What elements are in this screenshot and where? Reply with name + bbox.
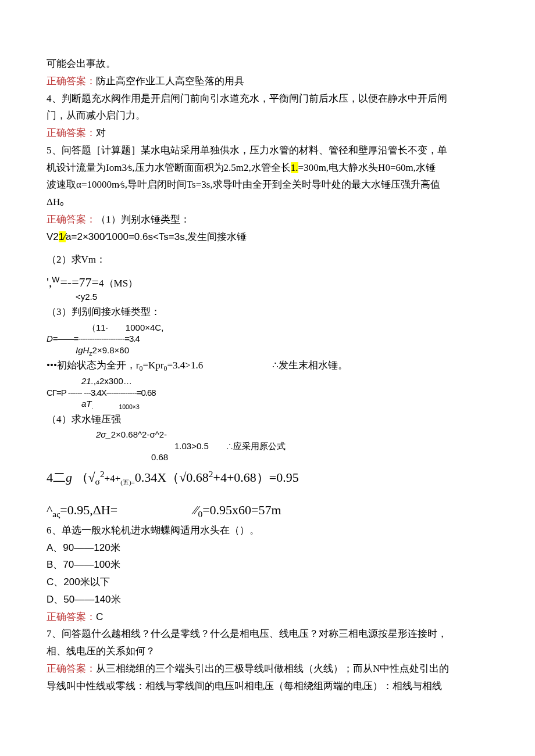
sub: σ <box>95 476 100 486</box>
sub: (五)= <box>120 479 135 486</box>
option-b: B、70——100米 <box>47 556 488 574</box>
text: V2 <box>47 231 59 242</box>
formula-check: 2σ_2×0.68^2-σ^2- 1.03>0.5 ∴应采用原公式 0.68 <box>47 429 488 463</box>
answer-label: 正确答案： <box>47 76 96 87</box>
text: =0.95x60=57m <box>202 503 281 517</box>
answer-5-step3: （3）判别间接水锤类型： <box>47 303 488 321</box>
text: =——=--------------------=3.4 <box>53 334 140 343</box>
answer-5-header: 正确答案：（1）判别水锤类型： <box>47 211 488 228</box>
text: ,₄2x300… <box>94 376 132 386</box>
text: 机设计流量为Iom3⁄s,压力水管断面面积为2.5m2,水管全长 <box>47 162 291 173</box>
answer-text: 防止高空作业工人高空坠落的用具 <box>96 76 244 87</box>
question-4-line2: 门，从而减小启门力。 <box>47 107 488 124</box>
question-6: 6、单选一般水轮机进水蝴蝶阀适用水头在（）。 <box>47 522 488 539</box>
var-d: D <box>47 334 53 343</box>
var-g: g <box>66 470 72 485</box>
text: 2×0.68^2-σ^2- <box>111 429 167 439</box>
answer-5-initial-state: •••初始状态为全开，r0=Kpr0=3.4>1.6 ∴发生末相水锤。 <box>47 357 488 374</box>
text: 2×9.8×60 <box>92 345 129 355</box>
formula-num: （11· 1000×4C, <box>47 322 488 334</box>
formula-num: 21.,₄2x300… <box>47 375 488 387</box>
formula-num: 2σ_2×0.68^2-σ^2- <box>47 429 488 440</box>
text: 21. <box>81 376 94 386</box>
text: 4二 <box>47 470 66 485</box>
text: +4+ <box>105 473 121 484</box>
option-a: A、90——120米 <box>47 539 488 557</box>
text: =3.4>1.6 <box>167 360 203 371</box>
document-page: 可能会出事故。 正确答案：防止高空作业工人高空坠落的用具 4、判断题充水阀作用是… <box>0 0 535 756</box>
answer-label: 正确答案： <box>47 663 96 674</box>
question-5-line4: ΔHₒ <box>47 194 488 211</box>
sup: 2 <box>100 469 105 479</box>
text: •••初始状态为全开，r <box>47 360 140 371</box>
question-7-line1: 7、问答题什么越相线？什么是零线？什么是相电压、线电压？对称三相电源按星形连接时… <box>47 625 488 643</box>
answer-5-calc1: V21⁄a=2×300⁄1000=0.6s<Ts=3s,发生间接水锤 <box>47 228 488 246</box>
formula-cg: 21.,₄2x300… CΓ=P ------ ---3.4X---------… <box>47 375 488 410</box>
formula-vm: ',ᵂ=-=77=4（MS） <y2.5 <box>47 274 488 302</box>
text: （√ <box>76 470 95 485</box>
text: ',ᵂ=-=77= <box>47 275 99 289</box>
formula-denom: 0.68 <box>47 452 488 463</box>
text: =300m,电大静水头H0=60m,水锤 <box>298 162 436 173</box>
answer-5-step4: （4）求水锤压强 <box>47 411 488 428</box>
text: =0.95,ΔH= <box>60 503 117 517</box>
formula-line: ',ᵂ=-=77=4（MS） <box>47 274 488 291</box>
answer-text: （1）判别水锤类型： <box>96 214 190 225</box>
formula-denom: aT. 1000×3 <box>47 398 488 410</box>
highlight: 1⁄ <box>59 231 66 242</box>
sub: aς <box>52 510 60 519</box>
var-at: aT <box>81 399 92 409</box>
question-5-line2: 机设计流量为Iom3⁄s,压力水管断面面积为2.5m2,水管全长1.=300m,… <box>47 159 488 177</box>
option-c: C、200米以下 <box>47 574 488 591</box>
formula-final: ^aς=0.95,ΔH= ⁄⁄0=0.95x60=57m <box>47 499 488 522</box>
highlight: 1. <box>291 162 298 173</box>
formula-mid: CΓ=P ------ ---3.4X-------------=0.68 <box>47 387 488 399</box>
answer-text: 对 <box>96 127 106 138</box>
formula-denom: IgHz2×9.8×60 <box>47 345 488 356</box>
text: 4（MS） <box>99 278 138 289</box>
formula-denom: <y2.5 <box>47 291 488 303</box>
answer-text: C <box>96 611 103 622</box>
text: 1.03>0.5 ∴应采用原公式 <box>174 441 286 451</box>
text: a=2×300⁄1000=0.6s<Ts=3s,发生间接水锤 <box>66 231 247 242</box>
formula-result: 1.03>0.5 ∴应采用原公式 <box>47 440 488 452</box>
option-d: D、50——140米 <box>47 591 488 608</box>
text: 0.34X（√0.68 <box>135 470 209 485</box>
answer-7-line2: 导线叫中性线或零线：相线与零线间的电压叫相电压（每相绕组两端的电压）：相线与相线 <box>47 678 488 695</box>
var-igh: IgH <box>76 345 89 355</box>
formula-d: （11· 1000×4C, D=——=--------------------=… <box>47 322 488 356</box>
question-4-line1: 4、判断题充水阀作用是开启闸门前向引水道充水，平衡闸门前后水压，以便在静水中开后… <box>47 90 488 108</box>
text: =Kpr <box>142 360 163 371</box>
answer-label: 正确答案： <box>47 611 96 622</box>
answer-line-6: 正确答案：C <box>47 608 488 626</box>
answer-line-4: 正确答案：对 <box>47 124 488 142</box>
answer-text: 从三相绕组的三个端头引出的三极导线叫做相线（火线）；而从N中性点处引出的 <box>96 663 449 674</box>
sub: . 1000×3 <box>92 403 140 410</box>
answer-label: 正确答案： <box>47 214 96 225</box>
question-5-line3: 波速取α=10000m⁄s,导叶启闭时间Ts=3s,求导叶由全开到全关时导叶处的… <box>47 176 488 194</box>
question-7-line2: 相、线电压的关系如何？ <box>47 643 488 660</box>
text: +4+0.68）=0.95 <box>213 470 298 485</box>
formula-main: 4二g （√σ2+4+(五)=0.34X（√0.682+4+0.68）=0.95 <box>47 467 488 489</box>
answer-5-step2: （2）求Vm： <box>47 251 488 268</box>
answer-line-3: 正确答案：防止高空作业工人高空坠落的用具 <box>47 73 488 90</box>
conclusion: ∴发生末相水锤。 <box>272 360 348 371</box>
text: 2σ_ <box>96 429 111 439</box>
line-fragment: 可能会出事故。 <box>47 55 488 73</box>
question-5-line1: 5、问答题［计算题］某水电站采用单独供水，压力水管的材料、管径和壁厚沿管长不变，… <box>47 142 488 159</box>
answer-7-line1: 正确答案：从三相绕组的三个端头引出的三极导线叫做相线（火线）；而从N中性点处引出… <box>47 660 488 678</box>
answer-label: 正确答案： <box>47 127 96 138</box>
text: ^ <box>47 503 52 517</box>
formula-mid: D=——=--------------------=3.4 <box>47 333 488 345</box>
